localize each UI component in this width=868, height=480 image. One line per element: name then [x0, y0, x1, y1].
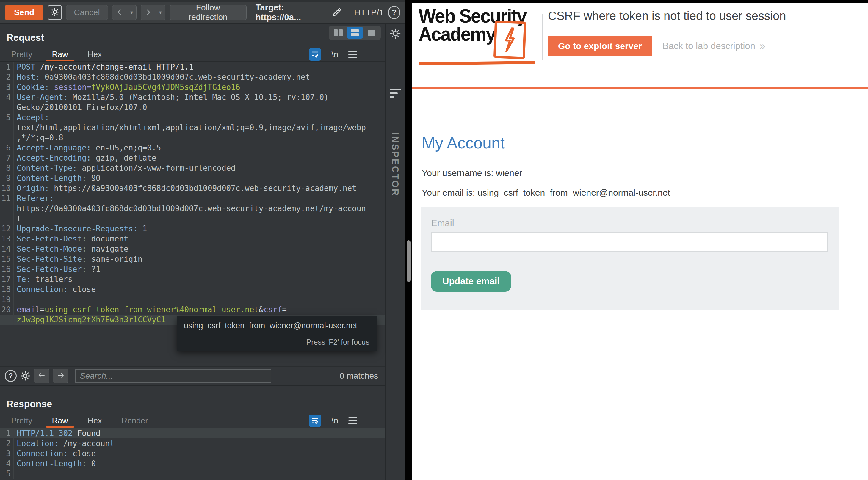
- search-next-button[interactable]: [53, 369, 68, 383]
- code-line: 3Connection: close: [0, 448, 385, 458]
- web-security-academy-logo: Web Security Academy: [418, 7, 537, 41]
- email-line: Your email is: using_csrf_token_from_wie…: [422, 188, 670, 198]
- tab-raw-response[interactable]: Raw: [52, 414, 68, 428]
- code-line: 1HTTP/1.1 302 Found: [0, 428, 385, 438]
- line-number: 13: [0, 234, 14, 244]
- code-line: 14Sec-Fetch-Mode: navigate: [0, 244, 385, 254]
- request-panel-title: Request: [6, 32, 44, 43]
- help-icon[interactable]: ?: [388, 6, 400, 19]
- line-number: 7: [0, 153, 14, 163]
- history-back-button[interactable]: [113, 5, 127, 20]
- line-number: 12: [0, 224, 14, 234]
- code-line: 1POST /my-account/change-email HTTP/1.1: [0, 62, 385, 72]
- email-label: Email: [431, 218, 454, 229]
- newline-toggle-icon[interactable]: \n: [331, 50, 338, 59]
- code-line: https://0a9300a403fc868dc0d03bd1009d007c…: [0, 203, 385, 214]
- layout-rows-button[interactable]: [347, 27, 363, 39]
- history-forward-button[interactable]: [141, 5, 156, 20]
- layout-columns-button[interactable]: [330, 27, 346, 39]
- history-back-caret[interactable]: ▾: [127, 5, 136, 20]
- filter-icon[interactable]: [390, 89, 401, 98]
- burp-repeater-window: Send Cancel ▾ ▾ Follow redirection Ta: [0, 0, 405, 480]
- chevron-left-icon: [116, 9, 123, 17]
- send-settings-button[interactable]: [48, 5, 62, 20]
- line-number: [0, 315, 14, 325]
- line-number: [0, 203, 14, 214]
- editor-menu-icon-response[interactable]: [348, 417, 357, 424]
- inspector-settings-icon[interactable]: [390, 28, 401, 40]
- scrollbar-thumb[interactable]: [407, 240, 410, 282]
- line-number: 6: [0, 143, 14, 153]
- editor-menu-icon[interactable]: [348, 51, 357, 58]
- chevron-right-icon: [145, 9, 152, 17]
- word-wrap-button[interactable]: [309, 48, 321, 61]
- code-line: 3Cookie: session=fVykOAjJau5CVg4YJDM5sqZ…: [0, 82, 385, 92]
- line-number: 11: [0, 193, 14, 203]
- email-input[interactable]: [431, 232, 828, 252]
- follow-redirection-button[interactable]: Follow redirection: [169, 5, 247, 20]
- code-line: 5Accept:: [0, 113, 385, 123]
- panel-divider[interactable]: [0, 385, 385, 386]
- history-forward-caret[interactable]: ▾: [156, 5, 165, 20]
- send-button[interactable]: Send: [5, 5, 43, 20]
- line-number: 17: [0, 274, 14, 284]
- search-prev-button[interactable]: [34, 369, 50, 383]
- code-line: 10Origin: https://0a9300a403fc868dc0d03b…: [0, 183, 385, 193]
- edit-target-button[interactable]: [331, 7, 342, 19]
- tab-hex[interactable]: Hex: [88, 47, 102, 61]
- lab-title: CSRF where token is not tied to user ses…: [548, 9, 786, 23]
- request-search-bar: ? 0 matches: [0, 366, 385, 385]
- word-wrap-icon: [311, 416, 319, 425]
- line-number: 20: [0, 305, 14, 315]
- change-email-form: Email Update email: [421, 207, 839, 310]
- autocomplete-tooltip: using_csrf_token_from_wiener@normal-user…: [177, 316, 377, 351]
- search-settings-icon[interactable]: [20, 371, 30, 381]
- layout-single-button[interactable]: [364, 27, 379, 39]
- update-email-button[interactable]: Update email: [431, 271, 511, 292]
- line-number: 18: [0, 284, 14, 294]
- columns-icon: [334, 29, 338, 36]
- header-divider: [542, 14, 542, 60]
- search-input[interactable]: [75, 369, 271, 383]
- inspector-tab[interactable]: INSPECTOR: [390, 132, 400, 233]
- code-line: 13Sec-Fetch-Dest: document: [0, 234, 385, 244]
- code-line: Gecko/20100101 Firefox/107.0: [0, 102, 385, 113]
- tab-render-response[interactable]: Render: [122, 414, 148, 428]
- toolbar-divider: [348, 6, 348, 19]
- code-line: 18Connection: close: [0, 284, 385, 294]
- inspector-rail: INSPECTOR: [385, 24, 405, 480]
- line-number: 15: [0, 254, 14, 264]
- go-to-exploit-server-button[interactable]: Go to exploit server: [548, 36, 652, 56]
- browser-window: Web Security Academy CSRF where token is…: [412, 0, 868, 480]
- back-to-lab-description-link[interactable]: Back to lab description »: [662, 36, 764, 56]
- code-line: 17Te: trailers: [0, 274, 385, 284]
- search-matches-count: 0 matches: [340, 371, 380, 381]
- word-wrap-button-response[interactable]: [309, 415, 321, 427]
- tab-hex-response[interactable]: Hex: [88, 414, 102, 428]
- tab-pretty[interactable]: Pretty: [11, 47, 32, 61]
- newline-toggle-icon-response[interactable]: \n: [331, 416, 338, 425]
- word-wrap-icon: [311, 50, 319, 59]
- line-number: [0, 133, 14, 143]
- code-line: t: [0, 214, 385, 224]
- code-line: 7Accept-Encoding: gzip, deflate: [0, 153, 385, 163]
- layout-toggle-group: [329, 26, 381, 40]
- tooltip-suggestion[interactable]: using_csrf_token_from_wiener@normal-user…: [177, 316, 377, 334]
- search-help-icon[interactable]: ?: [5, 370, 17, 382]
- line-number: 4: [0, 92, 14, 102]
- arrow-left-icon: [38, 372, 45, 380]
- line-number: 8: [0, 163, 14, 173]
- tab-raw[interactable]: Raw: [52, 47, 68, 61]
- response-editor[interactable]: 1HTTP/1.1 302 Found2Location: /my-accoun…: [0, 428, 385, 480]
- code-line: 19: [0, 294, 385, 305]
- history-back-group: ▾: [112, 5, 136, 20]
- response-tabs: Pretty Raw Hex Render \n: [0, 414, 385, 428]
- line-number: 3: [0, 448, 14, 458]
- tab-pretty-response[interactable]: Pretty: [11, 414, 32, 428]
- code-line: 20email=using_csrf_token_from_wiener%40n…: [0, 305, 385, 315]
- code-line: 9Content-Length: 90: [0, 173, 385, 183]
- pencil-icon: [331, 7, 342, 19]
- line-number: 10: [0, 183, 14, 193]
- single-pane-icon: [368, 30, 375, 36]
- cancel-button[interactable]: Cancel: [66, 5, 108, 20]
